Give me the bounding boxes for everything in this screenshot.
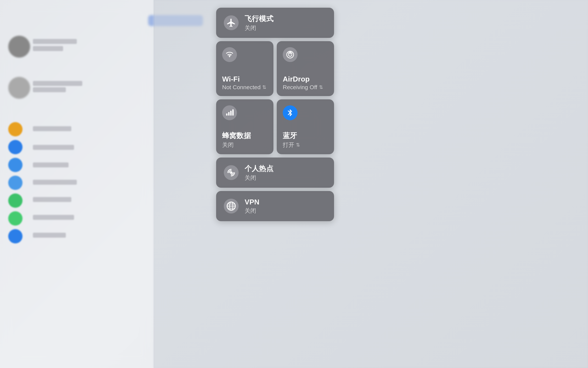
wifi-icon bbox=[225, 50, 234, 59]
text-line-8 bbox=[33, 180, 77, 185]
text-line-1 bbox=[33, 39, 77, 44]
text-line-9 bbox=[33, 197, 71, 202]
dot-blue1 bbox=[8, 140, 22, 154]
cellular-tile[interactable]: 蜂窝数据 关闭 bbox=[216, 99, 273, 154]
svg-rect-7 bbox=[232, 109, 234, 116]
airdrop-chevron: ⇅ bbox=[319, 85, 323, 90]
wifi-subtitle: Not Connected ⇅ bbox=[222, 84, 266, 91]
svg-point-8 bbox=[230, 172, 233, 174]
hotspot-tile[interactable]: 个人热点 关闭 bbox=[216, 158, 334, 188]
bluetooth-chevron: ⇅ bbox=[296, 142, 300, 147]
text-line-6 bbox=[33, 145, 74, 150]
airplane-subtitle: 关闭 bbox=[245, 24, 273, 32]
dot-orange bbox=[8, 122, 22, 136]
svg-rect-4 bbox=[226, 114, 228, 116]
dot-blue2 bbox=[8, 158, 22, 172]
avatar-1 bbox=[8, 36, 30, 58]
airdrop-text: AirDrop Receiving Off ⇅ bbox=[283, 75, 323, 91]
text-line-3 bbox=[33, 81, 82, 86]
wifi-chevron: ⇅ bbox=[262, 85, 266, 90]
avatar-2 bbox=[8, 77, 30, 99]
bluetooth-tile[interactable]: 蓝牙 打开 ⇅ bbox=[277, 99, 334, 154]
hotspot-text: 个人热点 关闭 bbox=[245, 164, 273, 182]
hotspot-icon-circle bbox=[224, 165, 239, 180]
svg-rect-5 bbox=[228, 112, 230, 116]
hotspot-subtitle: 关闭 bbox=[245, 174, 273, 182]
bluetooth-icon-circle bbox=[283, 105, 298, 120]
cellular-icon-circle bbox=[222, 105, 237, 120]
vpn-text: VPN 关闭 bbox=[245, 198, 259, 215]
vpn-icon bbox=[226, 201, 236, 211]
airplane-text: 飞行模式 关闭 bbox=[245, 14, 273, 32]
cellular-text: 蜂窝数据 关闭 bbox=[222, 131, 251, 149]
text-line-5 bbox=[33, 126, 71, 131]
airdrop-title: AirDrop bbox=[283, 75, 323, 83]
bluetooth-subtitle: 打开 ⇅ bbox=[283, 141, 300, 149]
airplane-title: 飞行模式 bbox=[245, 14, 273, 24]
vpn-tile[interactable]: VPN 关闭 bbox=[216, 191, 334, 221]
wifi-tile[interactable]: Wi-Fi Not Connected ⇅ bbox=[216, 41, 273, 96]
text-line-11 bbox=[33, 233, 66, 238]
vpn-subtitle: 关闭 bbox=[245, 207, 259, 215]
bluetooth-title: 蓝牙 bbox=[283, 131, 300, 141]
vpn-icon-circle bbox=[224, 199, 239, 214]
dot-blue4 bbox=[8, 229, 22, 243]
airplane-icon-circle bbox=[224, 15, 239, 30]
text-line-2 bbox=[33, 46, 63, 51]
airdrop-tile[interactable]: AirDrop Receiving Off ⇅ bbox=[277, 41, 334, 96]
cellular-title: 蜂窝数据 bbox=[222, 131, 251, 141]
airdrop-icon bbox=[286, 50, 294, 59]
wifi-title: Wi-Fi bbox=[222, 75, 266, 83]
cellular-subtitle: 关闭 bbox=[222, 141, 251, 149]
wifi-text: Wi-Fi Not Connected ⇅ bbox=[222, 75, 266, 91]
bluetooth-text: 蓝牙 打开 ⇅ bbox=[283, 131, 300, 149]
wifi-airdrop-row: Wi-Fi Not Connected ⇅ AirD bbox=[216, 41, 334, 96]
svg-rect-6 bbox=[230, 111, 232, 116]
vpn-title: VPN bbox=[245, 198, 259, 206]
hotspot-title: 个人热点 bbox=[245, 164, 273, 173]
airdrop-subtitle: Receiving Off ⇅ bbox=[283, 84, 323, 91]
dot-blue3 bbox=[8, 176, 22, 190]
cellular-icon bbox=[225, 109, 234, 117]
dot-green2 bbox=[8, 211, 22, 226]
control-center-panel: 飞行模式 关闭 Wi-Fi Not Connected ⇅ bbox=[216, 8, 334, 221]
wifi-icon-circle bbox=[222, 47, 237, 62]
airplane-mode-tile[interactable]: 飞行模式 关闭 bbox=[216, 8, 334, 38]
text-line-4 bbox=[33, 87, 66, 92]
hotspot-icon bbox=[226, 168, 236, 178]
text-line-7 bbox=[33, 162, 69, 167]
text-line-10 bbox=[33, 215, 74, 220]
bluetooth-icon bbox=[286, 109, 294, 117]
airplane-icon bbox=[226, 18, 236, 28]
cellular-bluetooth-row: 蜂窝数据 关闭 蓝牙 打开 ⇅ bbox=[216, 99, 334, 154]
dot-green bbox=[8, 193, 22, 208]
airdrop-icon-circle bbox=[283, 47, 298, 62]
